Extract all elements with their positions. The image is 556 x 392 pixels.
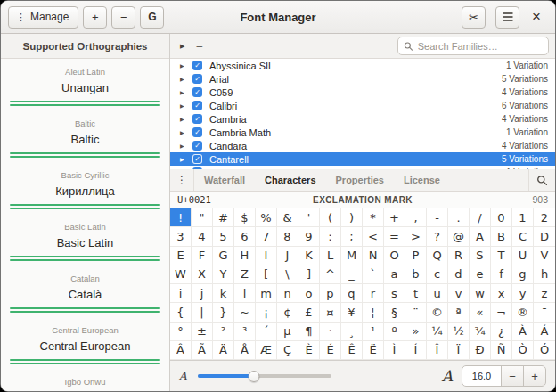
expander-icon[interactable]: ▶ xyxy=(180,102,192,109)
glyph-cell[interactable]: : xyxy=(320,227,341,246)
glyph-cell[interactable]: { xyxy=(170,303,192,322)
glyph-cell[interactable]: m xyxy=(256,284,277,303)
glyph-cell[interactable]: Á xyxy=(534,323,555,341)
glyph-cell[interactable]: ¼ xyxy=(427,323,448,341)
glyph-cell[interactable]: ) xyxy=(341,208,363,227)
font-family-row[interactable]: ▶✓Cantarell5 Variations xyxy=(170,152,555,166)
glyph-cell[interactable]: ` xyxy=(363,265,384,284)
glyph-cell[interactable]: < xyxy=(363,227,384,246)
font-family-row[interactable]: ▶✓Arial5 Variations xyxy=(170,72,555,86)
glyph-cell[interactable]: ´ xyxy=(256,323,277,341)
glyph-cell[interactable]: r xyxy=(363,284,384,303)
glyph-cell[interactable]: + xyxy=(384,208,405,227)
glyph-cell[interactable]: ³ xyxy=(234,323,256,341)
glyph-cell[interactable]: B xyxy=(491,227,512,246)
glyph-cell[interactable]: v xyxy=(448,284,470,303)
glyph-cell[interactable]: Q xyxy=(427,247,448,265)
expand-all-icon[interactable]: ▶ xyxy=(180,43,184,50)
glyph-cell[interactable]: K xyxy=(298,247,320,265)
tools-button[interactable]: ✂ xyxy=(462,6,486,29)
size-increase-button[interactable]: + xyxy=(523,365,546,387)
glyph-cell[interactable]: ; xyxy=(341,227,363,246)
glyph-cell[interactable]: 8 xyxy=(277,227,298,246)
font-enabled-checkbox[interactable]: ✓ xyxy=(192,101,202,110)
glyph-cell[interactable]: 9 xyxy=(298,227,320,246)
glyph-cell[interactable]: H xyxy=(234,247,256,265)
glyph-cell[interactable]: ¨ xyxy=(405,303,427,322)
glyph-cell[interactable]: A xyxy=(470,227,491,246)
select-all-checkbox[interactable]: – xyxy=(196,40,202,53)
glyph-cell[interactable]: 2 xyxy=(534,208,555,227)
glyph-cell[interactable]: ® xyxy=(512,303,534,322)
glyph-cell[interactable]: ¢ xyxy=(277,303,298,322)
glyph-cell[interactable]: e xyxy=(470,265,491,284)
glyph-cell[interactable]: i xyxy=(170,284,192,303)
glyph-cell[interactable]: s xyxy=(384,284,405,303)
font-family-row[interactable]: ▶✓Calibri6 Variations xyxy=(170,99,555,112)
glyph-cell[interactable]: « xyxy=(470,303,491,322)
glyph-cell[interactable]: J xyxy=(277,247,298,265)
glyph-cell[interactable]: Å xyxy=(234,341,256,360)
google-fonts-button[interactable]: G xyxy=(140,6,164,29)
glyph-cell[interactable]: c xyxy=(427,265,448,284)
glyph-cell[interactable]: M xyxy=(341,247,363,265)
orthography-item[interactable]: Basic LatinBasic Latin xyxy=(1,214,169,265)
glyph-cell[interactable]: Î xyxy=(427,341,448,360)
glyph-cell[interactable]: 6 xyxy=(234,227,256,246)
expander-icon[interactable]: ▶ xyxy=(180,62,192,69)
preview-size-slider[interactable] xyxy=(198,370,331,383)
glyph-cell[interactable]: » xyxy=(405,323,427,341)
glyph-cell[interactable]: 3 xyxy=(170,227,192,246)
glyph-cell[interactable]: x xyxy=(491,284,512,303)
glyph-cell[interactable]: [ xyxy=(256,265,277,284)
expander-icon[interactable]: ▶ xyxy=(180,156,192,162)
glyph-cell[interactable]: \ xyxy=(277,265,298,284)
glyph-cell[interactable]: k xyxy=(213,284,234,303)
glyph-cell[interactable]: z xyxy=(534,284,555,303)
tab-characters[interactable]: Characters xyxy=(255,169,325,191)
glyph-cell[interactable]: G xyxy=(213,247,234,265)
glyph-cell[interactable]: Y xyxy=(213,265,234,284)
glyph-cell[interactable]: 0 xyxy=(491,208,512,227)
glyph-cell[interactable]: > xyxy=(405,227,427,246)
glyph-cell[interactable]: ' xyxy=(298,208,320,227)
glyph-cell[interactable]: ^ xyxy=(320,265,341,284)
remove-fonts-button[interactable]: − xyxy=(111,6,135,29)
glyph-cell[interactable]: q xyxy=(341,284,363,303)
glyph-cell[interactable]: 1 xyxy=(512,208,534,227)
font-family-row[interactable]: ▶✓Cambria4 Variations xyxy=(170,112,555,126)
glyph-cell[interactable]: ¯ xyxy=(534,303,555,322)
glyph-cell[interactable]: Ó xyxy=(534,341,555,360)
glyph-cell[interactable]: ¸ xyxy=(341,323,363,341)
orthography-item[interactable]: Aleut LatinUnangan xyxy=(1,59,169,110)
glyph-cell[interactable]: Æ xyxy=(256,341,277,360)
glyph-cell[interactable]: @ xyxy=(448,227,470,246)
font-enabled-checkbox[interactable]: ✓ xyxy=(192,141,202,151)
glyph-cell[interactable]: o xyxy=(298,284,320,303)
close-button[interactable]: × xyxy=(525,5,548,29)
glyph-cell[interactable]: 4 xyxy=(192,227,213,246)
glyph-cell[interactable]: ¦ xyxy=(363,303,384,322)
glyph-cell[interactable]: ( xyxy=(320,208,341,227)
glyph-cell[interactable]: - xyxy=(427,208,448,227)
glyph-cell[interactable]: Z xyxy=(234,265,256,284)
glyph-cell[interactable]: ² xyxy=(213,323,234,341)
orthography-item[interactable]: Igbo OnwuIgbo Onwu xyxy=(1,369,169,391)
glyph-cell[interactable]: ¹ xyxy=(363,323,384,341)
glyph-cell[interactable]: ¤ xyxy=(320,303,341,322)
expander-icon[interactable]: ▶ xyxy=(180,89,192,95)
glyph-cell[interactable]: ¡ xyxy=(256,303,277,322)
orthography-item[interactable]: CatalanCatalà xyxy=(1,265,169,317)
glyph-cell[interactable]: Ò xyxy=(512,341,534,360)
search-families-box[interactable] xyxy=(397,37,549,55)
glyph-cell[interactable]: 7 xyxy=(256,227,277,246)
glyph-cell[interactable]: T xyxy=(491,247,512,265)
glyph-cell[interactable]: Ã xyxy=(192,341,213,360)
glyph-cell[interactable]: ¥ xyxy=(341,303,363,322)
manage-menu-button[interactable]: ⋮ Manage xyxy=(8,6,78,29)
glyph-cell[interactable]: w xyxy=(470,284,491,303)
glyph-cell[interactable]: ° xyxy=(170,323,192,341)
glyph-cell[interactable]: º xyxy=(384,323,405,341)
glyph-cell[interactable]: É xyxy=(320,341,341,360)
glyph-cell[interactable]: I xyxy=(256,247,277,265)
